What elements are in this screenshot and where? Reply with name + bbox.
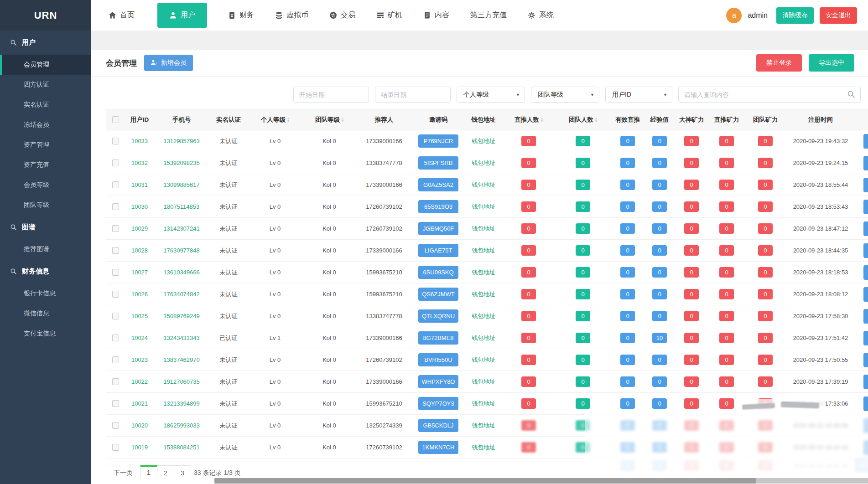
user-id-link[interactable]: 10033	[131, 138, 148, 144]
wallet-link[interactable]: 钱包地址	[472, 356, 495, 363]
phone-link[interactable]: 15388084251	[163, 444, 200, 451]
enable-realname-button[interactable]: 开启实名	[863, 375, 868, 389]
row-checkbox[interactable]	[112, 444, 119, 451]
nav-item-首页[interactable]: 首页	[109, 0, 135, 31]
team-level-select[interactable]: 团队等级 ▼	[531, 87, 599, 103]
invite-code-button[interactable]: 5ISPFSRB	[418, 156, 458, 170]
sidebar-section-用户[interactable]: 用户	[0, 31, 91, 55]
sidebar-item-实名认证[interactable]: 实名认证	[0, 95, 91, 115]
search-input[interactable]	[678, 87, 861, 103]
sidebar-item-微信信息[interactable]: 微信信息	[0, 304, 91, 324]
user-id-link[interactable]: 10023	[131, 356, 148, 363]
invite-code-button[interactable]: QTLXQRNU	[418, 309, 458, 323]
enable-realname-button[interactable]: 开启实名	[863, 331, 868, 345]
phone-link[interactable]: 13837462970	[163, 356, 200, 363]
invite-code-button[interactable]: 65S919O3	[418, 200, 458, 213]
phone-link[interactable]: 13142307241	[163, 225, 200, 232]
sort-icon[interactable]: ▴▾	[287, 117, 289, 123]
phone-link[interactable]: 18075114853	[164, 203, 200, 210]
row-checkbox[interactable]	[112, 313, 119, 319]
phone-link[interactable]: 13610349666	[163, 269, 200, 276]
search-icon[interactable]	[847, 90, 855, 98]
wallet-link[interactable]: 钱包地址	[472, 335, 495, 341]
phone-link[interactable]: 18625993033	[163, 422, 200, 429]
phone-link[interactable]: 15089769249	[163, 313, 200, 319]
export-selected-button[interactable]: 导出选中	[809, 54, 854, 72]
user-id-link[interactable]: 10030	[131, 203, 148, 210]
sidebar-item-团队等级[interactable]: 团队等级	[0, 195, 91, 215]
phone-link[interactable]: 15392098235	[163, 160, 200, 166]
column-header-personal_level[interactable]: 个人等级▴▾	[248, 109, 302, 130]
nav-item-用户[interactable]: 用户	[157, 3, 207, 28]
clear-cache-button[interactable]: 清除缓存	[776, 7, 814, 24]
enable-realname-button[interactable]: 开启实名	[863, 178, 868, 192]
row-checkbox[interactable]	[112, 400, 119, 407]
invite-code-button[interactable]: 1KMKN7CH	[418, 441, 458, 454]
start-date-input[interactable]	[293, 87, 369, 103]
wallet-link[interactable]: 钱包地址	[472, 378, 495, 385]
wallet-link[interactable]: 钱包地址	[472, 160, 495, 166]
row-checkbox[interactable]	[112, 247, 119, 254]
invite-code-button[interactable]: QS6ZJMWT	[418, 288, 458, 301]
invite-code-button[interactable]: SQYP7OY3	[418, 397, 458, 410]
row-checkbox[interactable]	[112, 378, 119, 385]
user-id-link[interactable]: 10022	[131, 378, 148, 385]
sidebar-section-图谱[interactable]: 图谱	[0, 215, 91, 239]
ban-login-button[interactable]: 禁止登录	[756, 54, 802, 72]
enable-realname-button[interactable]: 开启实名	[863, 396, 868, 411]
avatar[interactable]: a	[726, 8, 742, 23]
phone-link[interactable]: 19127060735	[163, 378, 200, 385]
enable-realname-button[interactable]: 开启实名	[863, 156, 868, 170]
wallet-link[interactable]: 钱包地址	[472, 181, 495, 188]
phone-link[interactable]: 13243431343	[163, 335, 200, 341]
wallet-link[interactable]: 钱包地址	[472, 400, 495, 407]
wallet-link[interactable]: 钱包地址	[472, 422, 495, 429]
enable-realname-button[interactable]: 开启实名	[863, 221, 868, 236]
phone-link[interactable]: 17630977848	[163, 247, 200, 254]
enable-realname-button[interactable]: 开启实名	[863, 265, 868, 280]
user-id-link[interactable]: 10020	[131, 422, 148, 429]
row-checkbox[interactable]	[112, 269, 119, 276]
enable-realname-button[interactable]: 开启实名	[863, 309, 868, 324]
invite-code-button[interactable]: P769NJCR	[418, 134, 458, 148]
invite-code-button[interactable]: GB5CKDLJ	[418, 419, 458, 432]
invite-code-button[interactable]: 6SU09SKQ	[418, 266, 458, 279]
row-checkbox[interactable]	[112, 203, 119, 210]
wallet-link[interactable]: 钱包地址	[472, 138, 495, 144]
enable-realname-button[interactable]: 开启实名	[863, 353, 868, 367]
user-id-link[interactable]: 10032	[131, 160, 148, 166]
wallet-link[interactable]: 钱包地址	[472, 225, 495, 232]
row-checkbox[interactable]	[112, 422, 119, 429]
sidebar-item-四方认证[interactable]: 四方认证	[0, 75, 91, 95]
user-id-link[interactable]: 10025	[131, 313, 148, 319]
invite-code-button[interactable]: LIGAE75T	[418, 244, 458, 257]
end-date-input[interactable]	[375, 87, 451, 103]
column-header-team_count[interactable]: 团队人数▴▾	[556, 109, 610, 130]
sidebar-item-资产充值[interactable]: 资产充值	[0, 155, 91, 175]
nav-item-矿机[interactable]: 矿机	[376, 0, 402, 31]
select-all-checkbox[interactable]	[112, 116, 119, 123]
sort-icon[interactable]: ▴▾	[595, 117, 597, 123]
sidebar-section-财务信息[interactable]: 财务信息	[0, 259, 91, 283]
invite-code-button[interactable]: G0AZ5SA2	[418, 178, 458, 191]
user-id-link[interactable]: 10028	[131, 247, 148, 254]
phone-link[interactable]: 13213394899	[163, 400, 200, 407]
personal-level-select[interactable]: 个人等级 ▼	[457, 87, 525, 103]
user-id-link[interactable]: 10021	[131, 400, 148, 407]
user-id-link[interactable]: 10019	[131, 444, 148, 451]
user-id-link[interactable]: 10026	[131, 291, 148, 298]
user-id-link[interactable]: 10031	[131, 181, 148, 188]
sidebar-item-银行卡信息[interactable]: 银行卡信息	[0, 283, 91, 304]
user-id-link[interactable]: 10027	[131, 269, 148, 276]
user-id-select[interactable]: 用户ID ▼	[605, 87, 672, 103]
phone-link[interactable]: 17634074842	[163, 291, 200, 298]
wallet-link[interactable]: 钱包地址	[472, 291, 495, 298]
nav-item-虚拟币[interactable]: 虚拟币	[275, 0, 308, 31]
row-checkbox[interactable]	[112, 160, 119, 166]
nav-item-第三方充值[interactable]: 第三方充值	[470, 0, 507, 31]
wallet-link[interactable]: 钱包地址	[472, 247, 495, 254]
invite-code-button[interactable]: 8G72BME8	[418, 331, 458, 345]
sort-icon[interactable]: ▴▾	[541, 117, 543, 123]
nav-item-财务[interactable]: 财务	[228, 0, 254, 31]
row-checkbox[interactable]	[112, 138, 119, 144]
